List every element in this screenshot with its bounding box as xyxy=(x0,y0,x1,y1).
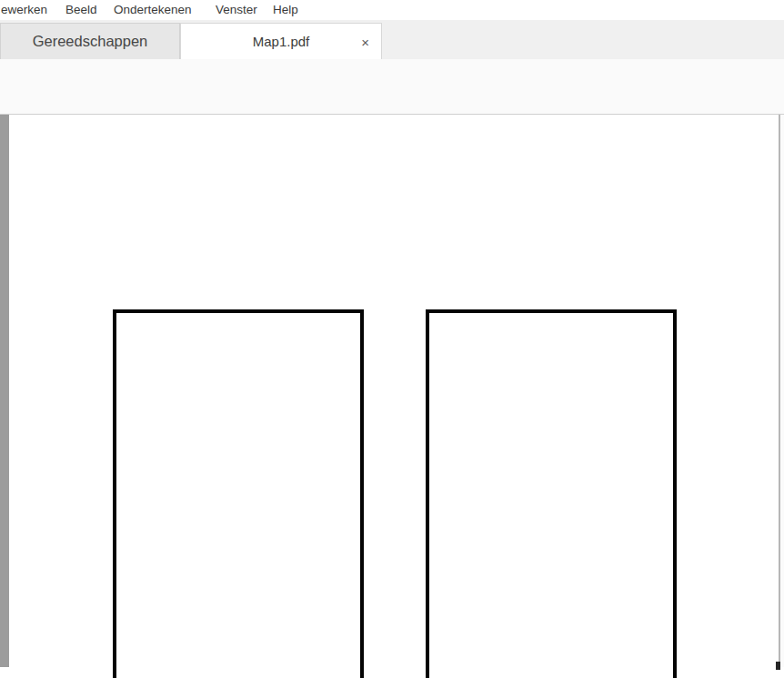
scrollbar-corner-notch xyxy=(776,662,780,670)
scrollbar-track[interactable] xyxy=(780,115,784,667)
tab-document-label: Map1.pdf xyxy=(253,34,310,49)
tab-gereedschappen-label: Gereedschappen xyxy=(33,33,148,50)
menu-item-ondertekenen[interactable]: Ondertekenen xyxy=(114,0,192,20)
pdf-content-rectangle-right xyxy=(426,309,677,678)
menu-item-help[interactable]: Help xyxy=(273,0,298,20)
document-viewport xyxy=(0,115,784,667)
main-toolbar: / 1 75% xyxy=(0,59,784,115)
menu-item-venster[interactable]: Venster xyxy=(216,0,257,20)
tab-bar: Gereedschappen Map1.pdf × xyxy=(0,20,784,59)
menu-item-bewerken[interactable]: ewerken xyxy=(1,0,47,20)
tab-gereedschappen[interactable]: Gereedschappen xyxy=(0,23,180,59)
canvas-background-strip xyxy=(0,115,9,667)
menu-item-beeld[interactable]: Beeld xyxy=(65,0,97,20)
menu-bar: ewerken Beeld Ondertekenen Venster Help xyxy=(0,0,784,20)
close-tab-icon[interactable]: × xyxy=(361,35,369,48)
pdf-content-rectangle-left xyxy=(113,309,364,678)
tab-document-map1[interactable]: Map1.pdf × xyxy=(180,23,382,59)
